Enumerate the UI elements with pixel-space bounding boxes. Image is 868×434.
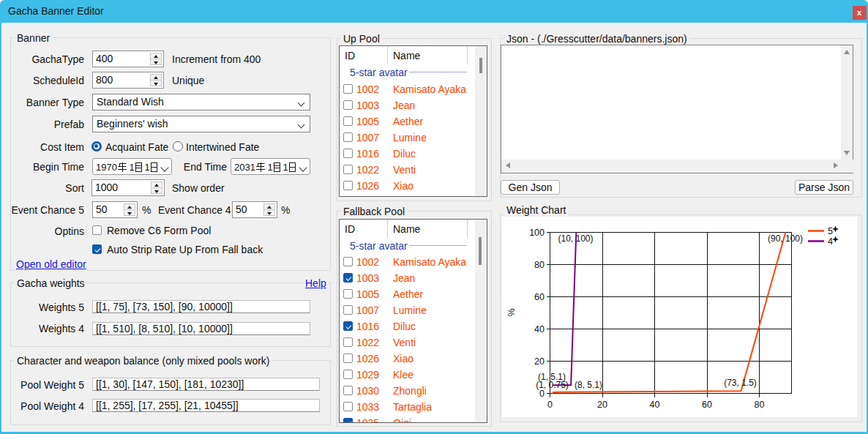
svg-text:100: 100 [529, 228, 545, 238]
svg-text:5: 5 [828, 226, 833, 236]
svg-text:(73, 1.5): (73, 1.5) [724, 378, 757, 388]
svg-text:20: 20 [534, 356, 545, 367]
svg-text:(1, 0.75): (1, 0.75) [536, 380, 569, 390]
svg-text:60: 60 [702, 400, 712, 410]
svg-text:80: 80 [534, 260, 545, 270]
svg-text:%: % [506, 308, 517, 316]
svg-text:20: 20 [597, 400, 607, 410]
svg-text:40: 40 [650, 400, 660, 410]
svg-text:60: 60 [534, 292, 545, 302]
svg-text:4: 4 [828, 236, 833, 247]
svg-text:80: 80 [755, 400, 765, 410]
svg-text:(90, 100): (90, 100) [768, 233, 803, 244]
svg-text:0: 0 [547, 400, 553, 410]
svg-text:(10, 100): (10, 100) [558, 233, 593, 244]
svg-text:40: 40 [534, 324, 545, 334]
svg-text:(8, 5.1): (8, 5.1) [575, 380, 602, 390]
